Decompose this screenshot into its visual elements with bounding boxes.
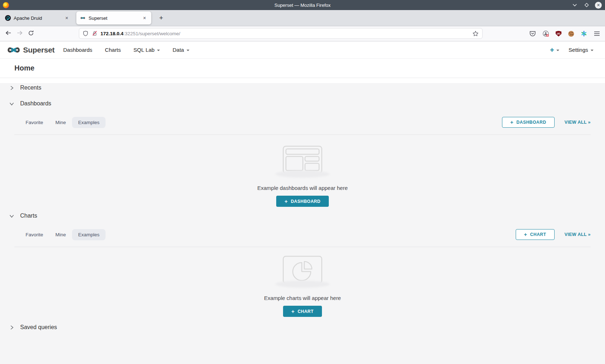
- new-chart-button-outline[interactable]: + CHART: [516, 229, 555, 240]
- nav-item-data[interactable]: Data: [172, 45, 189, 54]
- section-label: Saved queries: [20, 324, 57, 331]
- dashboards-filter-tabs: Favorite Mine Examples: [19, 117, 106, 128]
- caret-down-icon: [556, 50, 559, 51]
- section-label: Dashboards: [20, 100, 51, 107]
- chevron-right-icon: [9, 86, 20, 90]
- new-tab-button[interactable]: +: [156, 14, 166, 22]
- tab-examples[interactable]: Examples: [72, 229, 106, 240]
- url-path: :32251/superset/welcome/: [124, 31, 180, 36]
- caret-down-icon: [157, 50, 160, 51]
- new-item-menu[interactable]: +: [550, 46, 559, 54]
- browser-toolbar: 172.18.0.4:32251/superset/welcome/ UO: [0, 26, 605, 41]
- new-chart-button-filled[interactable]: + CHART: [283, 306, 322, 317]
- charts-subheader: Favorite Mine Examples + CHART VIEW ALL …: [14, 227, 591, 242]
- tab-title: Apache Druid: [14, 15, 42, 21]
- nav-item-sql-lab[interactable]: SQL Lab: [134, 45, 160, 54]
- nav-item-charts[interactable]: Charts: [105, 45, 121, 54]
- apache-druid-favicon-icon: [5, 15, 11, 21]
- empty-dashboard-icon: [283, 146, 322, 174]
- charts-empty-text: Example charts will appear here: [264, 295, 341, 301]
- page-header: Home: [0, 59, 605, 78]
- new-dashboard-button-filled[interactable]: + DASHBOARD: [276, 196, 329, 207]
- hamburger-menu-icon[interactable]: [594, 31, 600, 36]
- tab-close-icon[interactable]: ✕: [142, 15, 148, 21]
- home-content: Recents Dashboards Favorite Mine Example…: [0, 83, 605, 364]
- caret-down-icon: [187, 50, 189, 51]
- charts-view-all-link[interactable]: VIEW ALL »: [565, 232, 591, 237]
- tab-title: Superset: [89, 15, 107, 21]
- back-button[interactable]: [5, 30, 12, 37]
- forward-button[interactable]: [17, 30, 23, 37]
- reload-button[interactable]: [28, 30, 34, 37]
- brand-wordmark: Superset: [23, 46, 54, 54]
- url-bar[interactable]: 172.18.0.4:32251/superset/welcome/: [79, 28, 483, 39]
- section-dashboards-header[interactable]: Dashboards: [14, 99, 591, 108]
- caret-down-icon: [591, 50, 593, 51]
- chevron-down-icon: [9, 101, 20, 106]
- icon-shadow: [275, 170, 330, 178]
- chevron-right-icon: [9, 325, 20, 330]
- plus-icon: +: [284, 199, 288, 204]
- empty-chart-icon: [283, 256, 322, 284]
- section-recents-header[interactable]: Recents: [14, 83, 591, 92]
- nav-item-dashboards[interactable]: Dashboards: [63, 45, 92, 54]
- dashboards-empty-state: Example dashboards will appear here + DA…: [14, 135, 591, 207]
- plus-icon: +: [550, 46, 554, 54]
- chevron-down-icon: [9, 214, 20, 218]
- section-saved-queries-header[interactable]: Saved queries: [14, 323, 591, 332]
- bookmark-star-icon[interactable]: [472, 31, 479, 37]
- extension-icon[interactable]: [543, 31, 549, 37]
- dashboards-view-all-link[interactable]: VIEW ALL »: [565, 120, 591, 125]
- charts-filter-tabs: Favorite Mine Examples: [19, 229, 106, 240]
- tab-favorite[interactable]: Favorite: [19, 229, 49, 240]
- superset-favicon-icon: [80, 15, 86, 21]
- superset-logo-icon: [6, 46, 22, 54]
- window-title: Superset — Mozilla Firefox: [0, 3, 605, 8]
- dashboards-empty-text: Example dashboards will appear here: [257, 185, 348, 191]
- tracking-protection-shield-icon[interactable]: [83, 31, 88, 36]
- plus-icon: +: [291, 309, 295, 314]
- icon-shadow: [275, 281, 330, 288]
- browser-tab-strip: Apache Druid ✕ Superset ✕ +: [0, 10, 605, 26]
- tab-mine[interactable]: Mine: [49, 117, 72, 128]
- plus-icon: +: [510, 119, 514, 125]
- url-host: 172.18.0.4: [100, 31, 124, 36]
- insecure-lock-icon[interactable]: [92, 31, 98, 36]
- asterisk-extension-icon[interactable]: [581, 31, 587, 37]
- window-titlebar: Superset — Mozilla Firefox ✕: [0, 0, 605, 10]
- cookie-extension-icon[interactable]: [568, 31, 574, 37]
- tab-superset[interactable]: Superset ✕: [76, 12, 151, 24]
- section-label: Recents: [20, 85, 41, 91]
- superset-navbar: Superset Dashboards Charts SQL Lab Data …: [0, 41, 605, 59]
- plus-icon: +: [524, 232, 527, 237]
- tab-apache-druid[interactable]: Apache Druid ✕: [1, 12, 73, 24]
- charts-empty-state: Example charts will appear here + CHART: [14, 247, 591, 317]
- superset-brand[interactable]: Superset: [6, 46, 54, 54]
- page-title: Home: [14, 64, 35, 72]
- tab-close-icon[interactable]: ✕: [64, 15, 70, 21]
- settings-menu[interactable]: Settings: [569, 47, 593, 53]
- pocket-icon[interactable]: [529, 31, 536, 37]
- ublock-origin-icon[interactable]: UO: [556, 31, 561, 37]
- url-text[interactable]: 172.18.0.4:32251/superset/welcome/: [100, 31, 180, 36]
- new-dashboard-button-outline[interactable]: + DASHBOARD: [502, 117, 555, 128]
- dashboards-subheader: Favorite Mine Examples + DASHBOARD VIEW …: [14, 115, 591, 130]
- tab-mine[interactable]: Mine: [49, 229, 72, 240]
- section-label: Charts: [20, 213, 37, 219]
- tab-favorite[interactable]: Favorite: [19, 117, 49, 128]
- tab-examples[interactable]: Examples: [72, 117, 106, 128]
- section-charts-header[interactable]: Charts: [14, 211, 591, 220]
